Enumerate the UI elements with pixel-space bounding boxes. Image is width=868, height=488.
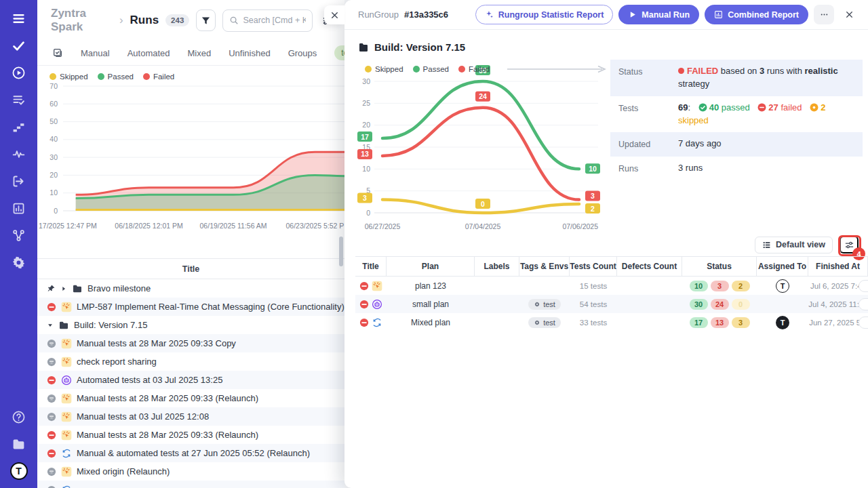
tag-pill[interactable]: test — [528, 299, 561, 310]
run-list-item[interactable]: Manual tests at 28 Mar 2025 09:33 (Relau… — [37, 426, 344, 444]
column-header-plan[interactable]: Plan — [387, 257, 475, 276]
combined-report-button[interactable]: Combined Report — [705, 5, 808, 24]
run-list-item[interactable]: Mixed origin (Relaunch) — [37, 462, 344, 481]
status-badge-green: 10 — [690, 281, 708, 291]
column-header-status[interactable]: Status — [682, 257, 757, 276]
run-list-item[interactable]: Manual tests at 03 Jul 2025 12:08 — [37, 407, 344, 426]
cell-plan[interactable]: Mixed plan — [387, 318, 475, 327]
tab-groups[interactable]: Groups — [288, 48, 317, 58]
run-list-item[interactable]: Build: Version 7.15 — [37, 316, 344, 334]
assignee-avatar[interactable]: T — [776, 279, 789, 293]
legend-label: Skipped — [60, 73, 88, 81]
tab-mixed[interactable]: Mixed — [188, 48, 212, 58]
svg-text:40: 40 — [50, 135, 58, 143]
caret-down-icon — [47, 322, 54, 329]
tag-pill[interactable]: test — [528, 317, 561, 328]
sidebar: T — [0, 0, 37, 488]
cell-plan[interactable]: small plan — [387, 300, 475, 309]
run-list-item[interactable]: Manual & automated tests at 27 Jun 2025 … — [37, 444, 344, 462]
group-trend-chart: SkippedPassedFailed 05101520253017301013… — [355, 60, 601, 235]
breadcrumb-project[interactable]: Zyntra Spark — [51, 7, 113, 34]
manual-run-button[interactable]: Manual Run — [618, 5, 699, 24]
tag-filter-chip[interactable]: test work — [334, 45, 344, 60]
sidebar-item-import[interactable] — [10, 172, 28, 190]
sidebar-icons — [10, 9, 28, 281]
run-list-item[interactable] — [37, 481, 344, 488]
tab-automated[interactable]: Automated — [127, 48, 170, 58]
column-header-finished-at[interactable]: Finished At — [808, 257, 868, 276]
column-header-tags-envs[interactable]: Tags & Envs — [519, 257, 570, 276]
column-header-labels[interactable]: Labels — [475, 257, 519, 276]
column-header-defects-count[interactable]: Defects Count — [617, 257, 682, 276]
sidebar-item-steps[interactable] — [10, 118, 28, 136]
run-list-item[interactable]: Manual tests at 28 Mar 2025 09:33 Copy — [37, 334, 344, 352]
search-input[interactable] — [243, 16, 307, 25]
sidebar-item-branch[interactable] — [10, 226, 28, 244]
row-actions-button[interactable] — [859, 280, 868, 292]
sidebar-item-list-check[interactable] — [10, 91, 28, 108]
drawer-close-tab[interactable] — [324, 5, 344, 24]
run-list-item[interactable]: check report sharing — [37, 352, 344, 371]
user-avatar[interactable]: T — [10, 462, 28, 480]
select-all-icon[interactable] — [52, 47, 63, 59]
sidebar-item-chart-panel[interactable] — [10, 199, 28, 217]
sidebar-item-help[interactable] — [10, 408, 28, 426]
status-failed-icon — [47, 302, 56, 312]
status-failed-icon — [47, 430, 56, 440]
breadcrumb-chevron: › — [119, 14, 123, 27]
scrollbar-thumb[interactable] — [339, 237, 343, 266]
table-row[interactable]: plan 12315 tests1032TJul 6, 2025 7:40 — [355, 277, 868, 295]
column-header-assigned-to[interactable]: Assigned To — [757, 257, 808, 276]
type-manual-icon — [61, 411, 72, 422]
sidebar-item-gear[interactable] — [10, 253, 28, 271]
drawer-close-button[interactable] — [840, 5, 859, 24]
row-actions-button[interactable] — [859, 317, 868, 329]
svg-text:30: 30 — [362, 77, 370, 85]
legend-item-failed[interactable]: Failed — [143, 73, 174, 81]
legend-item-skipped[interactable]: Skipped — [50, 73, 88, 81]
sidebar-item-play-circle[interactable] — [10, 64, 28, 81]
legend-item-failed[interactable]: Failed — [458, 65, 490, 73]
filter-button[interactable] — [196, 9, 215, 31]
close-icon — [330, 11, 339, 20]
legend-item-passed[interactable]: Passed — [98, 73, 134, 81]
assignee-avatar[interactable]: T — [776, 316, 789, 329]
tab-unfinished[interactable]: Unfinished — [229, 48, 270, 58]
run-title: check report sharing — [77, 357, 157, 367]
run-title: Manual tests at 28 Mar 2025 09:33 (Relau… — [77, 430, 258, 440]
table-row[interactable]: small plantest54 tests30240Jul 4, 2025 1… — [355, 295, 868, 313]
status-failed-icon — [359, 281, 369, 291]
rungroup-statistic-report-button[interactable]: Rungroup Statistic Report — [475, 5, 614, 24]
menu-icon — [12, 12, 26, 26]
run-list-item[interactable]: LMP-587 Implement Real-Time Chat Messagi… — [37, 298, 344, 316]
default-view-button[interactable]: Default view — [755, 237, 833, 253]
type-manual-icon — [61, 466, 72, 477]
sidebar-item-folder[interactable] — [10, 435, 28, 453]
svg-text:25: 25 — [362, 99, 370, 107]
sidebar-item-menu[interactable] — [10, 9, 28, 27]
table-row[interactable]: Mixed plantest33 tests17133TJun 27, 2025… — [355, 313, 868, 331]
sidebar-item-pulse[interactable] — [10, 145, 28, 163]
row-actions-button[interactable] — [859, 298, 868, 310]
cell-tags: test — [519, 317, 570, 328]
run-list-item[interactable]: Automated tests at 03 Jul 2025 13:25 — [37, 371, 344, 389]
run-list-item[interactable]: Manual tests at 28 Mar 2025 09:33 (Relau… — [37, 389, 344, 407]
type-mixed-icon — [372, 317, 382, 328]
status-gray-icon — [47, 394, 56, 403]
table-settings-button[interactable]: 4 — [840, 236, 859, 253]
app-root: T Zyntra Spark › Runs 243 ManualAutomate… — [0, 0, 868, 488]
type-automated-icon — [61, 375, 72, 386]
sidebar-item-check[interactable] — [10, 37, 28, 54]
column-header-tests-count[interactable]: Tests Count — [570, 257, 617, 276]
tab-manual[interactable]: Manual — [81, 48, 110, 58]
status-failed-icon — [47, 375, 56, 385]
cell-plan[interactable]: plan 123 — [387, 281, 475, 291]
branch-icon — [12, 228, 26, 243]
legend-item-skipped[interactable]: Skipped — [365, 65, 403, 73]
more-actions-button[interactable] — [814, 5, 834, 24]
legend-item-passed[interactable]: Passed — [413, 65, 449, 73]
passed-check-icon — [698, 103, 707, 112]
detail-row-updated: Updated 7 days ago — [610, 132, 863, 156]
run-list-item[interactable]: Bravo milestone — [37, 279, 344, 298]
column-header-title[interactable]: Title — [355, 257, 387, 276]
